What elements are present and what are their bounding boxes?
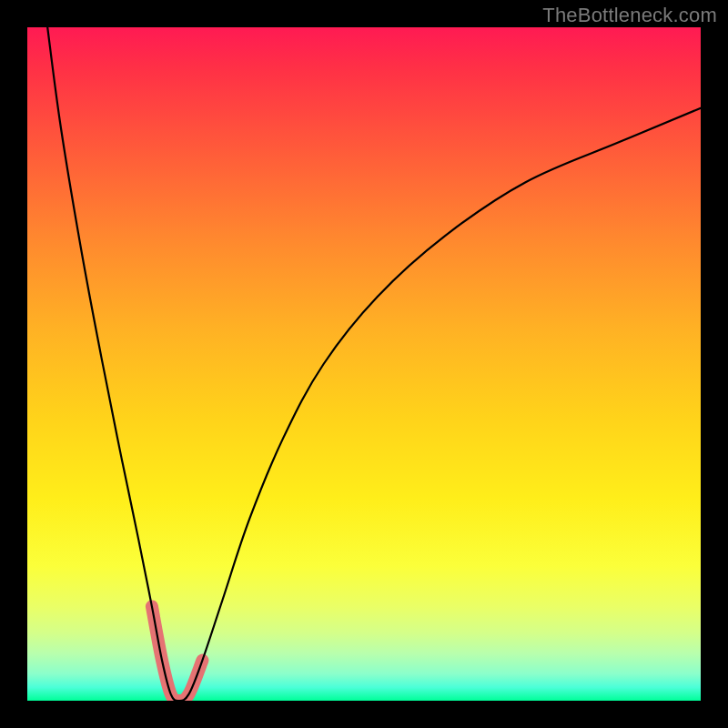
curve-layer — [27, 27, 701, 701]
chart-frame: TheBottleneck.com — [0, 0, 728, 728]
bottleneck-curve — [47, 27, 701, 701]
plot-area — [27, 27, 701, 701]
highlight-band — [152, 606, 203, 701]
watermark-text: TheBottleneck.com — [542, 4, 717, 27]
